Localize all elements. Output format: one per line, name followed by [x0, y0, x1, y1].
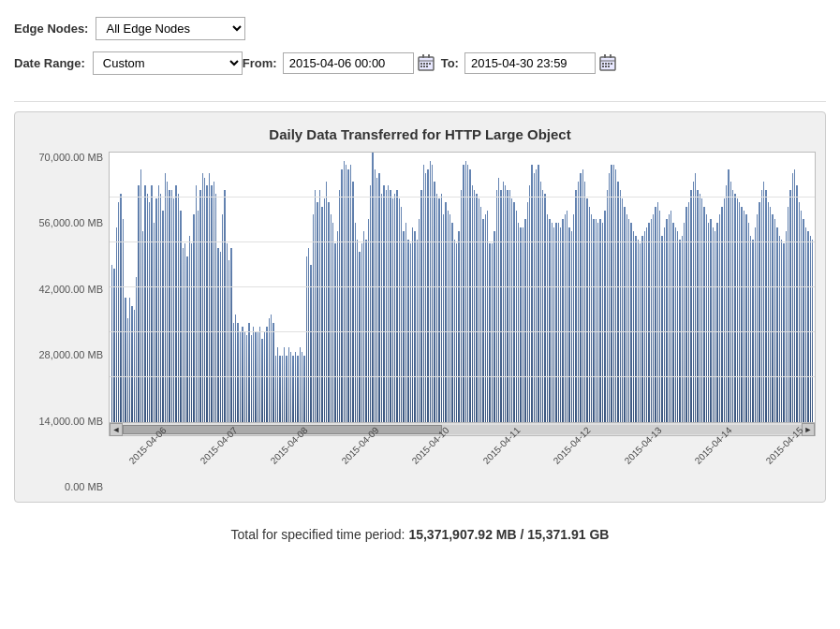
bar: [463, 165, 464, 422]
bar: [160, 194, 161, 422]
chart-area: 70,000.00 MB56,000.00 MB42,000.00 MB28,0…: [24, 152, 816, 492]
bar: [633, 231, 634, 422]
bar: [300, 347, 301, 422]
bar: [419, 219, 420, 422]
bar: [617, 182, 618, 422]
bar: [151, 185, 152, 422]
bar: [158, 185, 159, 422]
bar: [635, 236, 636, 422]
bar: [436, 194, 437, 422]
bar: [363, 231, 364, 422]
bar: [131, 306, 132, 422]
bar: [701, 198, 702, 422]
bar: [214, 182, 214, 422]
bar: [677, 231, 678, 422]
bar: [732, 190, 733, 422]
edge-nodes-select[interactable]: All Edge Nodes: [96, 17, 245, 40]
bar: [233, 323, 234, 422]
bar: [222, 214, 223, 422]
date-range-select[interactable]: Custom Last 7 Days Last 30 Days Last 90 …: [93, 51, 243, 75]
bar: [123, 219, 124, 422]
bar: [586, 198, 587, 422]
bar: [571, 231, 572, 422]
bar: [609, 173, 610, 422]
bar: [529, 185, 530, 422]
bar: [361, 243, 362, 422]
bar: [498, 178, 499, 422]
bar: [392, 198, 393, 422]
bar: [224, 190, 225, 422]
to-label: To:: [441, 56, 459, 70]
bar: [310, 265, 311, 422]
scroll-left-button[interactable]: ◄: [110, 423, 123, 436]
total-value: 15,371,907.92 MB / 15,371.91 GB: [408, 527, 609, 542]
bar: [286, 356, 287, 422]
bar: [620, 190, 621, 422]
bar: [173, 198, 174, 422]
bar: [682, 236, 683, 422]
bar: [593, 219, 594, 422]
bar: [284, 347, 285, 422]
bar: [715, 231, 715, 422]
bar: [275, 356, 276, 422]
bar: [713, 227, 714, 422]
bar: [607, 190, 608, 422]
svg-rect-5: [423, 63, 425, 65]
bar: [710, 219, 711, 422]
bar: [560, 227, 561, 422]
bar: [425, 173, 426, 422]
bar: [518, 223, 519, 422]
bar: [507, 190, 508, 422]
bar: [796, 185, 797, 422]
bar: [688, 202, 689, 422]
bar: [640, 243, 641, 422]
bar: [591, 214, 592, 422]
bar: [513, 202, 514, 422]
bar: [553, 227, 554, 422]
bar: [136, 277, 137, 422]
svg-rect-19: [602, 66, 604, 67]
to-date-input[interactable]: [464, 52, 596, 74]
bar: [624, 207, 625, 422]
bar: [378, 173, 379, 422]
bar: [202, 173, 203, 422]
bar: [352, 182, 353, 422]
bar: [534, 173, 535, 422]
bar: [227, 243, 228, 422]
date-range-label: Date Range:: [14, 56, 85, 70]
bar: [786, 231, 787, 422]
from-calendar-icon[interactable]: [417, 53, 435, 72]
bar: [204, 178, 205, 422]
bar: [321, 207, 322, 422]
bar: [118, 202, 119, 422]
bar: [372, 153, 373, 422]
bar: [339, 190, 340, 422]
chart-container: Daily Data Transferred for HTTP Large Ob…: [14, 111, 826, 503]
from-date-input[interactable]: [283, 52, 414, 74]
bar: [628, 219, 629, 422]
bar: [331, 214, 332, 422]
bar: [246, 335, 247, 422]
to-calendar-icon[interactable]: [598, 53, 617, 72]
svg-rect-21: [608, 66, 610, 67]
bar: [430, 161, 431, 422]
svg-rect-9: [423, 66, 425, 67]
svg-rect-15: [602, 63, 604, 65]
bar: [770, 207, 771, 422]
bar: [432, 165, 433, 422]
bar: [375, 169, 376, 422]
bar: [403, 231, 404, 422]
bar: [211, 185, 212, 422]
bar: [125, 298, 125, 422]
bar: [199, 190, 200, 422]
y-axis-label: 28,000.00 MB: [39, 349, 104, 360]
grid-line: [110, 331, 815, 332]
bar: [423, 165, 424, 422]
bar: [313, 214, 314, 422]
bar: [324, 198, 325, 422]
bar: [494, 231, 494, 422]
divider: [14, 101, 826, 102]
bar: [441, 194, 442, 422]
y-axis: 70,000.00 MB56,000.00 MB42,000.00 MB28,0…: [24, 152, 109, 492]
bar: [666, 219, 667, 422]
